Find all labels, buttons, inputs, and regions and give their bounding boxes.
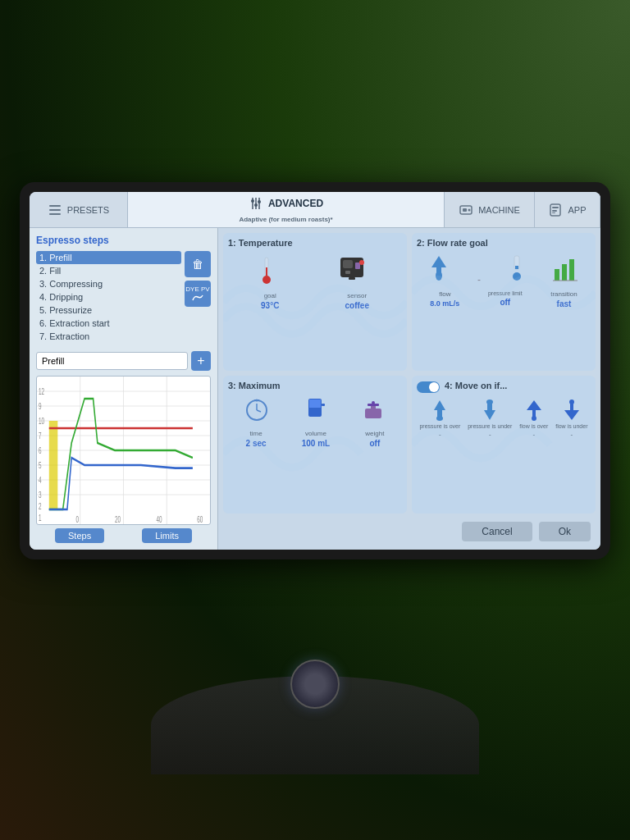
cancel-button[interactable]: Cancel: [462, 522, 532, 541]
svg-marker-79: [527, 400, 541, 410]
tab-machine[interactable]: MACHINE: [445, 192, 535, 227]
app-icon: [548, 203, 563, 217]
flow-droplet-icon: [430, 254, 448, 285]
svg-point-84: [569, 399, 574, 404]
svg-point-81: [532, 416, 536, 421]
flow-value-group: flow 8.0 mL/s: [430, 290, 459, 308]
flow-separator: -: [477, 274, 481, 285]
move-on-toggle[interactable]: [417, 381, 440, 393]
svg-text:2: 2: [39, 501, 42, 511]
svg-point-6: [251, 199, 254, 203]
flow-bar-chart-icon: [553, 258, 578, 285]
tab-advanced[interactable]: ADVANCED Adaptive (for medium roasts)*: [128, 192, 445, 227]
presets-icon: [48, 203, 62, 217]
svg-text:9: 9: [39, 401, 42, 411]
add-step-button[interactable]: +: [191, 351, 211, 371]
espresso-steps-title: Espresso steps: [36, 235, 211, 246]
svg-point-50: [359, 260, 364, 265]
svg-rect-14: [552, 210, 557, 212]
svg-rect-58: [562, 264, 567, 281]
volume-value-group: volume 100 mL: [302, 430, 330, 448]
panel-flow-rate: 2: Flow rate goal -: [412, 233, 596, 371]
sensor-value-group: sensor coffee: [345, 292, 368, 310]
panel-maximum: 3: Maximum: [223, 376, 407, 514]
flow-under-icon-group: flow is under -: [555, 399, 587, 438]
svg-point-11: [468, 208, 471, 211]
ok-button[interactable]: Ok: [539, 522, 591, 541]
svg-rect-57: [555, 269, 559, 281]
delete-step-button[interactable]: 🗑: [185, 251, 211, 277]
svg-text:3: 3: [39, 490, 42, 500]
svg-text:12: 12: [39, 386, 44, 396]
svg-rect-80: [532, 410, 536, 417]
svg-rect-46: [343, 260, 353, 268]
step-4[interactable]: 4. Dripping: [36, 290, 181, 304]
svg-point-72: [372, 401, 375, 404]
step-2[interactable]: 2. Fill: [36, 264, 181, 277]
tablet: PRESETS ADVANCED: [20, 182, 610, 559]
top-panels-row: 1: Temperature: [223, 233, 596, 371]
power-button[interactable]: [290, 660, 340, 709]
svg-rect-77: [487, 404, 492, 410]
svg-rect-59: [569, 259, 574, 281]
step-6[interactable]: 6. Extraction start: [36, 317, 181, 330]
step-3[interactable]: 3. Compressing: [36, 277, 181, 290]
svg-text:0: 0: [75, 514, 79, 524]
tab-app[interactable]: APP: [535, 192, 600, 227]
svg-text:4: 4: [39, 475, 42, 485]
svg-rect-83: [570, 404, 573, 410]
svg-rect-10: [463, 208, 467, 212]
bottom-bar: Cancel Ok: [223, 518, 596, 545]
panel-maximum-title: 3: Maximum: [228, 381, 402, 390]
svg-rect-1: [49, 209, 61, 211]
svg-point-78: [486, 399, 493, 404]
svg-marker-51: [431, 256, 446, 267]
thermometer-icon-group: [260, 256, 273, 285]
tab-presets-label: PRESETS: [67, 205, 109, 215]
svg-text:5: 5: [39, 460, 42, 470]
svg-point-53: [436, 271, 442, 281]
svg-rect-2: [49, 213, 61, 215]
machine-icon: [459, 203, 473, 217]
steps-right-buttons: 🗑 DYE PV: [185, 251, 211, 343]
svg-marker-73: [434, 400, 445, 410]
pressure-under-icon-group: pressure is under -: [468, 399, 512, 438]
weight-scale-icon: [361, 397, 386, 425]
right-panel: 1: Temperature: [218, 228, 600, 550]
panel-temperature-title: 1: Temperature: [228, 238, 402, 248]
transition-value-group: transition fast: [550, 290, 577, 308]
dye-pv-button[interactable]: DYE PV: [185, 281, 211, 307]
time-value-group: time 2 sec: [246, 430, 267, 448]
steps-button[interactable]: Steps: [55, 528, 104, 543]
tab-advanced-label: ADVANCED: [268, 198, 323, 209]
chart-area: 12 9 10 7 6 5 4 3 2 1 0 20 40 6: [36, 376, 211, 525]
svg-rect-13: [552, 207, 559, 208]
svg-point-65: [255, 399, 258, 402]
tab-app-label: APP: [568, 205, 586, 215]
weight-value-group: weight off: [365, 430, 384, 448]
step-5[interactable]: 5. Pressurize: [36, 304, 181, 317]
step-7[interactable]: 7. Extraction: [36, 330, 181, 343]
steps-list: 1. Prefill 2. Fill 3. Compressing 4. Dri…: [36, 251, 181, 343]
panel-move-on: 4: Move on if... pressure is over: [412, 376, 596, 514]
svg-marker-82: [564, 410, 579, 420]
limits-button[interactable]: Limits: [142, 528, 192, 543]
tab-presets[interactable]: PRESETS: [30, 192, 128, 227]
svg-line-63: [257, 410, 261, 412]
svg-rect-49: [349, 277, 355, 280]
svg-point-75: [436, 416, 443, 421]
tab-machine-label: MACHINE: [478, 205, 520, 215]
svg-text:1: 1: [39, 514, 42, 523]
timer-icon: [244, 397, 269, 425]
svg-rect-67: [309, 399, 321, 408]
pressure-over-icon-group: pressure is over -: [419, 399, 460, 438]
flow-flask-icon: [510, 254, 523, 285]
prefill-input[interactable]: [36, 352, 188, 370]
steps-list-row: 1. Prefill 2. Fill 3. Compressing 4. Dri…: [36, 251, 211, 343]
step-1[interactable]: 1. Prefill: [36, 251, 181, 264]
svg-point-44: [262, 276, 271, 284]
svg-point-56: [513, 272, 521, 281]
svg-text:10: 10: [39, 416, 44, 426]
svg-text:7: 7: [39, 431, 42, 441]
panel-temperature: 1: Temperature: [223, 233, 407, 371]
